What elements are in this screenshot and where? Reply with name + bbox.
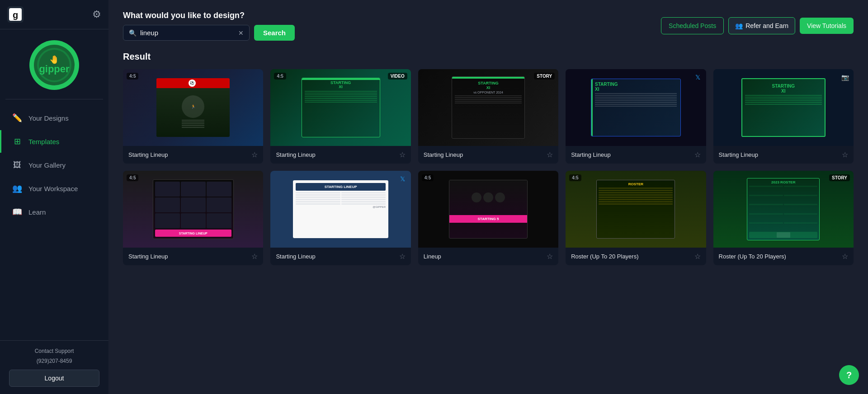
favorite-icon[interactable]: ☆ <box>694 252 701 261</box>
search-icon: 🔍 <box>129 29 137 37</box>
sidebar-item-label: Learn <box>28 208 46 216</box>
sidebar-item-label: Your Workspace <box>28 185 78 192</box>
sidebar-item-your-gallery[interactable]: 🖼 Your Gallery <box>0 154 108 176</box>
workspace-icon: 👥 <box>12 183 22 193</box>
search-row: 🔍 ✕ Search <box>123 25 654 41</box>
twitter-icon-2: 𝕏 <box>398 174 407 183</box>
sidebar-item-your-designs[interactable]: ✏️ Your Designs <box>0 107 108 129</box>
sidebar-item-label: Templates <box>28 138 59 145</box>
top-bar: What would you like to design? 🔍 ✕ Searc… <box>108 0 868 48</box>
card-footer: Starting Lineup ☆ <box>270 146 410 164</box>
sidebar-item-label: Your Gallery <box>28 161 66 169</box>
sidebar-item-templates[interactable]: ⊞ Templates <box>0 130 108 153</box>
favorite-icon[interactable]: ☆ <box>547 150 553 159</box>
template-name: Starting Lineup <box>128 253 168 260</box>
search-label: What would you like to design? <box>123 11 654 20</box>
favorite-icon[interactable]: ☆ <box>694 150 701 159</box>
contact-phone: (929)207-8459 <box>9 358 99 364</box>
instagram-icon: 📷 <box>841 73 850 82</box>
template-name: Roster (Up To 20 Players) <box>571 253 638 260</box>
search-section: What would you like to design? 🔍 ✕ Searc… <box>123 11 654 41</box>
logo-area: g <box>7 6 24 23</box>
template-card[interactable]: 4:5 VIDEO STARTINGXI <box>270 69 410 164</box>
sidebar-item-your-workspace[interactable]: 👥 Your Workspace <box>0 177 108 200</box>
sidebar-item-learn[interactable]: 📖 Learn <box>0 201 108 223</box>
refer-icon: 👥 <box>735 22 743 29</box>
search-clear-icon[interactable]: ✕ <box>238 29 244 37</box>
favorite-icon[interactable]: ☆ <box>399 252 406 261</box>
avatar-inner: 🤚 gipper <box>34 45 75 85</box>
template-card[interactable]: 4:5 <box>123 171 263 265</box>
refer-earn-button[interactable]: 👥 Refer and Earn <box>728 17 795 34</box>
sidebar: g ⚙ 🤚 gipper ✏️ Your Designs ⊞ Templates <box>0 0 108 394</box>
gipper-logo: g <box>7 6 24 23</box>
action-buttons: Scheduled Posts 👥 Refer and Earn View Tu… <box>661 17 854 34</box>
card-footer: Starting Lineup ☆ <box>566 146 706 164</box>
card-footer: Roster (Up To 20 Players) ☆ <box>713 248 854 265</box>
card-footer: Starting Lineup ☆ <box>713 146 854 164</box>
contact-support-label: Contact Support <box>9 348 99 354</box>
settings-icon[interactable]: ⚙ <box>92 9 101 20</box>
svg-text:gipper: gipper <box>39 63 70 75</box>
results-grid: 4:5 ⚽ 🏃 <box>123 69 854 265</box>
favorite-icon[interactable]: ☆ <box>842 252 848 261</box>
template-card[interactable]: 4:5 ⚽ 🏃 <box>123 69 263 164</box>
template-name: Starting Lineup <box>276 151 315 158</box>
card-footer: Starting Lineup ☆ <box>123 146 263 164</box>
results-section: Result 4:5 ⚽ 🏃 <box>108 48 868 276</box>
template-name: Lineup <box>424 253 441 260</box>
template-card[interactable]: STORY 2023 ROSTER <box>713 171 854 265</box>
grid-icon: ⊞ <box>12 136 22 146</box>
nav-items: ✏️ Your Designs ⊞ Templates 🖼 Your Galle… <box>0 103 108 227</box>
avatar: 🤚 gipper <box>29 40 79 90</box>
favorite-icon[interactable]: ☆ <box>251 252 258 261</box>
favorite-icon[interactable]: ☆ <box>842 150 848 159</box>
template-name: Roster (Up To 20 Players) <box>719 253 786 260</box>
refer-label: Refer and Earn <box>745 22 788 29</box>
gallery-icon: 🖼 <box>12 160 22 170</box>
template-card[interactable]: 4:5 STARTING 5 <box>418 171 558 265</box>
template-name: Starting Lineup <box>276 253 315 260</box>
favorite-icon[interactable]: ☆ <box>251 150 258 159</box>
card-footer: Lineup ☆ <box>418 248 558 265</box>
scheduled-posts-button[interactable]: Scheduled Posts <box>661 17 724 34</box>
card-footer: Starting Lineup ☆ <box>270 248 410 265</box>
avatar-area: 🤚 gipper <box>29 29 79 95</box>
main-content: What would you like to design? 🔍 ✕ Searc… <box>108 0 868 394</box>
template-name: Starting Lineup <box>719 151 758 158</box>
template-card[interactable]: 𝕏 STARTINGXI <box>566 69 706 164</box>
pencil-icon: ✏️ <box>12 113 22 123</box>
twitter-icon: 𝕏 <box>693 73 703 82</box>
sidebar-header: g ⚙ <box>0 0 108 29</box>
card-footer: Roster (Up To 20 Players) ☆ <box>566 248 706 265</box>
search-input[interactable] <box>140 29 235 37</box>
sidebar-divider <box>5 99 103 99</box>
learn-icon: 📖 <box>12 207 22 217</box>
template-card[interactable]: 4:5 ROSTER <box>566 171 706 265</box>
template-name: Starting Lineup <box>424 151 463 158</box>
favorite-icon[interactable]: ☆ <box>547 252 553 261</box>
search-box: 🔍 ✕ <box>123 25 250 41</box>
template-card[interactable]: 𝕏 STARTING LINEUP <box>270 171 410 265</box>
card-footer: Starting Lineup ☆ <box>418 146 558 164</box>
logout-button[interactable]: Logout <box>9 370 99 387</box>
help-button[interactable]: ? <box>839 365 859 385</box>
template-card[interactable]: STORY STARTINGXI vs OPPONENT 2024 <box>418 69 558 164</box>
favorite-icon[interactable]: ☆ <box>399 150 406 159</box>
card-footer: Starting Lineup ☆ <box>123 248 263 265</box>
template-card[interactable]: 📷 STARTINGXI <box>713 69 854 164</box>
template-name: Starting Lineup <box>128 151 168 158</box>
template-name: Starting Lineup <box>571 151 610 158</box>
search-button[interactable]: Search <box>254 25 295 41</box>
sidebar-item-label: Your Designs <box>28 114 69 122</box>
svg-text:g: g <box>13 10 18 20</box>
sidebar-footer: Contact Support (929)207-8459 Logout <box>0 340 108 394</box>
view-tutorials-button[interactable]: View Tutorials <box>800 18 854 34</box>
results-title: Result <box>123 52 854 62</box>
